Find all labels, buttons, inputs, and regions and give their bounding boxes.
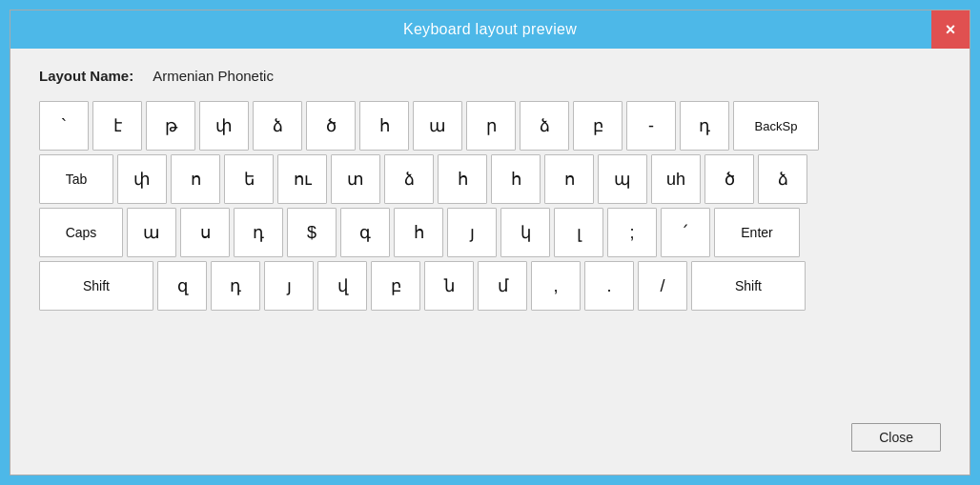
key-b1[interactable]: բ [573, 101, 623, 151]
key-h3[interactable]: հ [491, 154, 541, 204]
key-ts2[interactable]: ծ [704, 154, 754, 204]
key-row-3: Caps ա ս դ $ գ հ յ կ լ ; ՛ Enter [39, 208, 941, 257]
close-icon: × [946, 20, 956, 40]
key-uh2[interactable]: uh [651, 154, 701, 204]
key-d3[interactable]: դ [234, 208, 283, 257]
key-dz2[interactable]: ձ [520, 101, 569, 151]
layout-name-label: Layout Name: [39, 68, 133, 84]
key-semicolon[interactable]: ; [607, 208, 657, 257]
layout-name-row: Layout Name: Armenian Phonetic [39, 68, 941, 84]
key-a3[interactable]: ա [127, 208, 176, 257]
key-ye2[interactable]: ե [224, 154, 274, 204]
key-backtick[interactable]: ` [39, 101, 89, 151]
key-p1[interactable]: փ [199, 101, 249, 151]
key-u2[interactable]: ու [277, 154, 327, 204]
key-h2[interactable]: հ [438, 154, 487, 204]
key-comma[interactable]: , [531, 261, 581, 311]
key-dz1[interactable]: ձ [253, 101, 302, 151]
key-t1[interactable]: թ [146, 101, 195, 151]
key-m4[interactable]: մ [478, 261, 527, 311]
key-l3[interactable]: լ [554, 208, 603, 257]
key-s3[interactable]: ս [180, 208, 230, 257]
key-dz3[interactable]: ձ [758, 154, 807, 204]
key-n4[interactable]: ն [424, 261, 474, 311]
key-slash[interactable]: / [638, 261, 687, 311]
bottom-bar: Close [39, 415, 941, 455]
key-a1[interactable]: ա [413, 101, 462, 151]
key-row-2: Tab փ ո ե ու տ ձ հ հ ո պ uh ծ ձ [39, 154, 941, 204]
key-g3[interactable]: գ [340, 208, 390, 257]
key-l2[interactable]: ձ [384, 154, 434, 204]
close-button[interactable]: Close [851, 423, 941, 452]
key-dash[interactable]: - [626, 101, 676, 151]
layout-name-value: Armenian Phonetic [153, 68, 274, 84]
window-title: Keyboard layout preview [403, 21, 577, 38]
key-d1[interactable]: դ [680, 101, 729, 151]
key-d4[interactable]: դ [211, 261, 260, 311]
key-y4[interactable]: յ [264, 261, 314, 311]
key-b4[interactable]: բ [371, 261, 420, 311]
key-v4[interactable]: վ [317, 261, 367, 311]
key-h4[interactable]: հ [394, 208, 443, 257]
key-row-4: Shift զ դ յ վ բ ն մ , . / Shift [39, 261, 941, 311]
key-o2[interactable]: ո [171, 154, 220, 204]
window-close-button[interactable]: × [931, 10, 970, 49]
key-e1[interactable]: է [92, 101, 142, 151]
key-tab[interactable]: Tab [39, 154, 113, 204]
keyboard-preview-window: Keyboard layout preview × Layout Name: A… [10, 10, 970, 475]
key-period[interactable]: . [584, 261, 634, 311]
key-q2[interactable]: փ [117, 154, 167, 204]
key-h1[interactable]: հ [359, 101, 409, 151]
key-t2[interactable]: տ [331, 154, 380, 204]
key-shift-left[interactable]: Shift [39, 261, 153, 311]
key-ts1[interactable]: ծ [306, 101, 356, 151]
key-enter[interactable]: Enter [714, 208, 800, 257]
key-o3[interactable]: ո [544, 154, 594, 204]
key-backspace[interactable]: BackSp [733, 101, 819, 151]
key-row-1: ` է թ փ ձ ծ հ ա ր ձ բ - դ BackSp [39, 101, 941, 151]
key-p2[interactable]: պ [598, 154, 647, 204]
key-z4[interactable]: զ [157, 261, 207, 311]
key-y3[interactable]: յ [447, 208, 497, 257]
key-r1[interactable]: ր [466, 101, 516, 151]
key-caps[interactable]: Caps [39, 208, 123, 257]
key-dollar[interactable]: $ [287, 208, 337, 257]
key-k3[interactable]: կ [500, 208, 550, 257]
window-content: Layout Name: Armenian Phonetic ` է թ փ ձ… [10, 49, 970, 475]
title-bar: Keyboard layout preview × [10, 10, 970, 49]
key-shift-right[interactable]: Shift [691, 261, 806, 311]
key-apostrophe[interactable]: ՛ [661, 208, 710, 257]
keyboard-area: ` է թ փ ձ ծ հ ա ր ձ բ - դ BackSp Tab փ ո… [39, 101, 941, 415]
